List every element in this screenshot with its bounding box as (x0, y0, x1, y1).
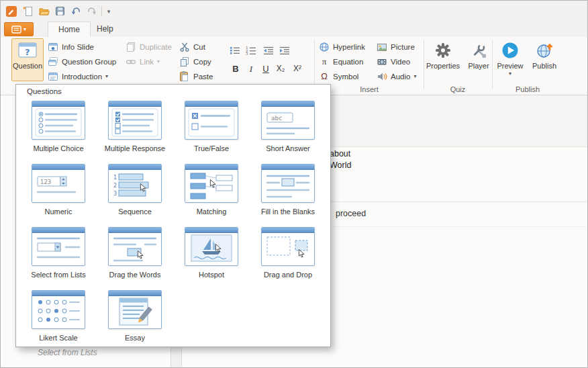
introduction-slide-icon (48, 71, 58, 82)
scissors-icon (179, 42, 190, 52)
publish-globe-icon (536, 42, 554, 59)
question-type-true-false[interactable]: True/False (174, 98, 249, 161)
info-slide-icon (48, 42, 58, 52)
question-button[interactable]: ? Question (11, 38, 44, 81)
question-type-multiple-response[interactable]: Multiple Response (97, 98, 173, 161)
question-type-fill-in-the-blanks[interactable]: Fill in the Blanks (250, 161, 326, 224)
superscript-button[interactable]: X² (291, 64, 303, 77)
question-type-essay[interactable]: Essay (97, 287, 173, 351)
info-slide-button[interactable]: Info Slide (48, 40, 94, 53)
slide-text-fragment: about (330, 149, 350, 158)
question-type-sequence[interactable]: 1 2 3 Sequence (97, 161, 173, 224)
duplicate-label: Duplicate (140, 43, 172, 51)
svg-text:3: 3 (113, 191, 117, 197)
save-button[interactable] (53, 4, 68, 19)
slide-text-fragment: proceed (336, 209, 366, 218)
question-type-drag-the-words[interactable]: Drag the Words (97, 224, 173, 287)
preview-button[interactable]: Preview ▾ (494, 39, 526, 83)
window-icon (11, 26, 21, 34)
customize-toolbar-button[interactable]: ▾ (103, 4, 114, 19)
redo-button[interactable] (84, 4, 99, 19)
picture-button[interactable]: Picture (377, 40, 415, 53)
tab-home[interactable]: Home (48, 21, 91, 37)
open-button[interactable] (37, 4, 52, 19)
multiple-response-icon (108, 101, 162, 140)
ribbon-tab-row: ▾ Home Help (1, 21, 587, 37)
bold-button[interactable]: B (230, 64, 242, 77)
question-type-hotspot[interactable]: Hotspot (174, 224, 249, 287)
duplicate-button[interactable]: Duplicate (126, 40, 172, 53)
player-button[interactable]: Player (464, 39, 493, 81)
subscript-button[interactable]: X₂ (275, 64, 287, 77)
preview-play-icon (501, 42, 519, 59)
video-button[interactable]: Video (377, 55, 410, 68)
underline-button[interactable]: U (260, 64, 272, 77)
question-group-button[interactable]: Question Group (48, 55, 116, 68)
app-menu-button[interactable]: ▾ (4, 22, 34, 36)
sequence-icon: 1 2 3 (108, 164, 162, 203)
svg-text:2: 2 (113, 183, 117, 189)
question-type-multiple-choice[interactable]: Multiple Choice (21, 98, 96, 161)
true-false-icon (185, 101, 238, 140)
copy-label: Copy (193, 58, 211, 66)
preview-label: Preview (497, 62, 523, 70)
chevron-down-icon: ▾ (107, 8, 111, 15)
svg-text:?: ? (25, 47, 30, 57)
symbol-label: Symbol (333, 73, 358, 81)
chevron-down-icon: ▾ (105, 73, 108, 79)
question-type-likert-scale[interactable]: Likert Scale (21, 287, 96, 351)
questions-dropdown-panel: Questions Multiple Choic (15, 84, 331, 347)
bullet-list-button[interactable] (228, 44, 242, 56)
question-type-short-answer[interactable]: abc Short Answer (250, 98, 326, 161)
hotspot-icon (185, 227, 238, 266)
pi-icon: π (319, 56, 330, 67)
question-type-numeric[interactable]: 123 Numeric (21, 161, 96, 224)
copy-icon (179, 56, 190, 67)
numbered-list-button[interactable]: 1 2 3 (244, 44, 258, 56)
numeric-icon: 123 (32, 164, 85, 203)
group-label-insert: Insert (316, 85, 422, 93)
svg-text:1: 1 (113, 175, 117, 181)
paste-button[interactable]: Paste (178, 70, 213, 83)
link-button[interactable]: Link ▾ (126, 55, 160, 68)
question-button-label: Question (13, 62, 42, 70)
wrench-icon (470, 42, 487, 59)
app-logo-icon (4, 4, 19, 19)
question-type-drag-and-drop[interactable]: Drag and Drop (250, 224, 326, 287)
drag-the-words-icon (108, 227, 162, 266)
decrease-indent-button[interactable] (261, 44, 276, 56)
picture-icon (377, 42, 387, 52)
chevron-down-icon: ▾ (509, 71, 511, 77)
multiple-choice-icon (32, 101, 85, 140)
numbered-list-icon: 1 2 3 (245, 46, 257, 56)
audio-icon (377, 71, 387, 82)
duplicate-icon (126, 42, 136, 52)
copy-button[interactable]: Copy (179, 55, 211, 68)
publish-label: Publish (532, 62, 556, 70)
tab-help[interactable]: Help (87, 21, 124, 37)
hyperlink-icon (319, 42, 330, 52)
select-from-lists-icon (32, 227, 85, 266)
slide-text-fragment: World (330, 160, 351, 170)
increase-indent-button[interactable] (277, 44, 292, 56)
cut-label: Cut (193, 43, 205, 51)
hyperlink-button[interactable]: Hyperlink (319, 40, 365, 53)
fill-in-the-blanks-icon (261, 164, 315, 203)
cut-button[interactable]: Cut (179, 40, 205, 53)
introduction-button[interactable]: Introduction ▾ (48, 70, 108, 83)
symbol-button[interactable]: Ω Symbol (319, 70, 358, 83)
video-icon (377, 56, 387, 67)
publish-button[interactable]: Publish (528, 39, 560, 83)
equation-button[interactable]: π Equation (319, 55, 363, 68)
link-icon (126, 56, 136, 67)
properties-button[interactable]: Properties (425, 39, 461, 81)
question-type-select-from-lists[interactable]: Select from Lists (21, 224, 96, 287)
new-quiz-button[interactable] (21, 4, 36, 19)
group-label-quiz: Quiz (422, 85, 493, 93)
audio-button[interactable]: Audio ▾ (377, 70, 416, 83)
introduction-label: Introduction (62, 73, 102, 81)
question-type-matching[interactable]: Matching (174, 161, 249, 224)
undo-button[interactable] (69, 4, 84, 19)
italic-button[interactable]: I (245, 64, 257, 77)
increase-indent-icon (279, 46, 291, 56)
